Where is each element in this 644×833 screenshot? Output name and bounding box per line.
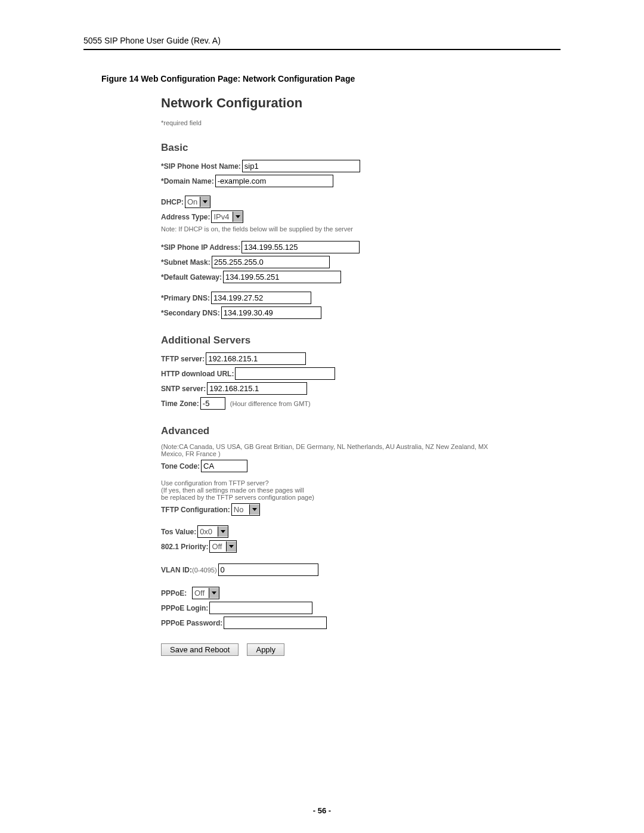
tone-code-label: Tone Code: — [161, 462, 200, 470]
http-url-input[interactable] — [235, 367, 335, 380]
vlan-range: (0-4095) — [192, 566, 217, 574]
page-number: - 56 - — [0, 806, 644, 815]
addrtype-label: Address Type: — [161, 213, 210, 221]
section-servers: Additional Servers — [161, 335, 531, 346]
priority-select[interactable]: Off — [209, 540, 237, 553]
pppoe-select[interactable]: Off — [192, 587, 219, 599]
chevron-down-icon — [218, 527, 228, 537]
tftp-label: TFTP server: — [161, 355, 205, 363]
sntp-label: SNTP server: — [161, 385, 206, 393]
addrtype-select[interactable]: IPv4 — [211, 210, 243, 223]
pppoe-label: PPPoE: — [161, 589, 191, 597]
secondary-dns-input[interactable] — [221, 306, 321, 319]
timezone-input[interactable] — [200, 397, 225, 410]
config-screenshot: Network Configuration *required field Ba… — [161, 95, 531, 656]
secondary-dns-label: *Secondary DNS: — [161, 309, 220, 317]
required-note: *required field — [161, 119, 531, 126]
tos-select[interactable]: 0x0 — [197, 525, 228, 538]
dhcp-select[interactable]: On — [185, 196, 210, 208]
pppoe-value: Off — [194, 589, 206, 597]
vlan-label: VLAN ID: — [161, 566, 192, 574]
tftpcfg-value: No — [234, 505, 247, 514]
ip-input[interactable] — [242, 241, 360, 253]
pppoe-login-label: PPPoE Login: — [161, 604, 208, 612]
primary-dns-label: *Primary DNS: — [161, 294, 210, 302]
pppoe-login-input[interactable] — [209, 602, 312, 614]
sntp-input[interactable] — [207, 382, 307, 395]
gateway-input[interactable] — [223, 271, 341, 283]
tos-label: Tos Value: — [161, 528, 196, 536]
primary-dns-input[interactable] — [211, 292, 311, 304]
dhcp-note: Note: If DHCP is on, the fields below wi… — [161, 225, 531, 233]
chevron-down-icon — [233, 212, 243, 222]
tftpcfg-label: TFTP Configuration: — [161, 506, 230, 514]
timezone-label: Time Zone: — [161, 400, 199, 408]
priority-label: 802.1 Priority: — [161, 543, 208, 551]
chevron-down-icon — [226, 541, 236, 552]
chevron-down-icon — [209, 588, 219, 598]
dhcp-label: DHCP: — [161, 198, 184, 206]
figure-caption: Figure 14 Web Configuration Page: Networ… — [101, 74, 561, 83]
section-basic: Basic — [161, 142, 531, 154]
vlan-input[interactable] — [218, 563, 318, 576]
pppoe-password-input[interactable] — [224, 617, 327, 629]
chevron-down-icon — [249, 504, 259, 515]
gateway-label: *Default Gateway: — [161, 273, 222, 281]
tftpcfg-n2: be replaced by the TFTP servers configur… — [161, 494, 531, 501]
apply-button[interactable]: Apply — [247, 643, 284, 656]
host-name-input[interactable] — [242, 160, 360, 172]
tftpcfg-n1: (If yes, then all settings made on these… — [161, 487, 531, 494]
subnet-input[interactable] — [212, 256, 330, 268]
host-name-label: *SIP Phone Host Name: — [161, 162, 241, 171]
tos-value: 0x0 — [200, 527, 215, 536]
chevron-down-icon — [200, 197, 210, 207]
document-header: 5055 SIP Phone User Guide (Rev. A) — [83, 36, 561, 50]
ip-label: *SIP Phone IP Address: — [161, 243, 240, 252]
domain-name-label: *Domain Name: — [161, 177, 214, 185]
dhcp-value: On — [187, 197, 197, 206]
tone-note: (Note:CA Canada, US USA, GB Great Britia… — [161, 443, 495, 457]
tftpcfg-select[interactable]: No — [231, 503, 260, 516]
tftpcfg-q: Use configuration from TFTP server? — [161, 479, 531, 487]
pppoe-pw-label: PPPoE Password: — [161, 619, 222, 627]
subnet-label: *Subnet Mask: — [161, 258, 210, 267]
section-advanced: Advanced — [161, 425, 531, 437]
save-reboot-button[interactable]: Save and Reboot — [161, 643, 239, 656]
timezone-note: (Hour difference from GMT) — [230, 400, 311, 407]
http-url-label: HTTP download URL: — [161, 370, 234, 378]
domain-name-input[interactable] — [215, 175, 333, 187]
addrtype-value: IPv4 — [213, 212, 230, 221]
tftp-input[interactable] — [206, 352, 306, 365]
tone-code-input[interactable] — [201, 460, 247, 472]
priority-value: Off — [212, 542, 224, 551]
page-title: Network Configuration — [161, 95, 531, 111]
